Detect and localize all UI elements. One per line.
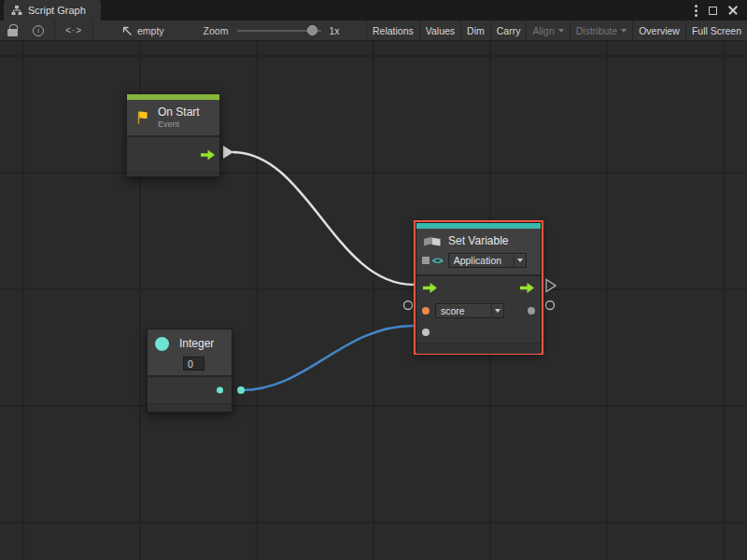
zoom-value: 1x: [329, 25, 339, 36]
chevron-down-icon: [514, 254, 526, 267]
value-output-connector-icon[interactable]: [237, 386, 245, 394]
script-graph-window: Script Graph <·> empty Zoom 1x Relations…: [0, 0, 747, 560]
tab-title: Script Graph: [28, 5, 86, 16]
maximize-icon[interactable]: [709, 7, 717, 15]
flag-icon: [134, 109, 151, 126]
node-footer: [127, 172, 219, 176]
chevron-down-icon: [621, 29, 627, 33]
scope-dropdown[interactable]: Application: [448, 253, 527, 268]
application-scope-icon: <>: [422, 256, 444, 266]
toolbar-button-values[interactable]: Values: [419, 21, 460, 41]
toolbar-button-dim[interactable]: Dim: [460, 21, 490, 41]
code-preview-icon[interactable]: <·>: [65, 25, 82, 35]
node-subtitle: Event: [158, 119, 200, 130]
toolbar: <·> empty Zoom 1x Relations Values Dim C…: [0, 21, 747, 41]
chevron-down-icon: [491, 304, 503, 317]
value-connection[interactable]: [241, 326, 414, 390]
node-set-variable[interactable]: Set Variable <> Application: [416, 222, 542, 353]
window-controls: [695, 0, 747, 21]
node-title: On Start: [158, 105, 200, 119]
toolbar-button-fullscreen[interactable]: Full Screen: [685, 21, 747, 41]
node-header[interactable]: On Start Event: [127, 100, 219, 135]
toolbar-button-relations[interactable]: Relations: [366, 21, 419, 41]
separator: [54, 21, 55, 40]
graph-icon: [11, 5, 22, 16]
node-on-start[interactable]: On Start Event: [126, 93, 220, 177]
chevron-down-icon: [558, 29, 564, 33]
menu-icon[interactable]: [695, 5, 698, 17]
zoom-label: Zoom: [204, 25, 229, 36]
variable-name-input-port[interactable]: [422, 307, 430, 315]
integer-type-icon: [155, 337, 169, 351]
graph-canvas[interactable]: On Start Event Set V: [0, 41, 747, 560]
zoom-slider-knob[interactable]: [307, 25, 317, 35]
node-title: Integer: [179, 337, 214, 350]
selection-status: empty: [120, 24, 164, 36]
titlebar: Script Graph: [0, 0, 747, 21]
tab-script-graph[interactable]: Script Graph: [4, 0, 101, 21]
value-output-port[interactable]: [528, 307, 535, 315]
flow-output-port[interactable]: [200, 148, 216, 161]
selection-arrow-icon: [120, 24, 133, 36]
flow-output-connector-icon[interactable]: [223, 146, 233, 159]
value-hint-right-icon[interactable]: [546, 301, 555, 310]
flow-continue-hint-icon[interactable]: [546, 280, 556, 292]
toolbar-button-carry[interactable]: Carry: [490, 21, 527, 41]
close-icon[interactable]: [728, 6, 738, 15]
connections-layer: [0, 41, 747, 560]
variable-dropdown[interactable]: score: [435, 303, 504, 318]
node-header[interactable]: Set Variable <> Application: [416, 229, 541, 274]
zoom-slider[interactable]: [237, 25, 321, 36]
node-footer: [148, 403, 232, 412]
integer-output-port[interactable]: [217, 387, 223, 394]
node-footer: [416, 343, 541, 354]
info-icon[interactable]: [33, 25, 44, 36]
separator: [92, 21, 93, 40]
value-input-port[interactable]: [422, 329, 430, 336]
toolbar-button-align[interactable]: Align: [526, 21, 569, 41]
lock-icon[interactable]: [7, 29, 18, 36]
toolbar-button-overview[interactable]: Overview: [632, 21, 685, 41]
node-header[interactable]: Integer 0: [148, 329, 232, 375]
flow-connection[interactable]: [233, 152, 414, 285]
empty-label: empty: [137, 25, 164, 36]
variables-icon: [422, 235, 443, 247]
flow-output-port[interactable]: [519, 282, 535, 294]
node-title: Set Variable: [448, 234, 508, 247]
flow-input-port[interactable]: [422, 282, 438, 294]
value-hint-left-icon[interactable]: [404, 301, 413, 310]
toolbar-button-distribute[interactable]: Distribute: [570, 21, 632, 41]
integer-value-field[interactable]: 0: [183, 357, 204, 371]
node-integer[interactable]: Integer 0: [147, 329, 233, 413]
